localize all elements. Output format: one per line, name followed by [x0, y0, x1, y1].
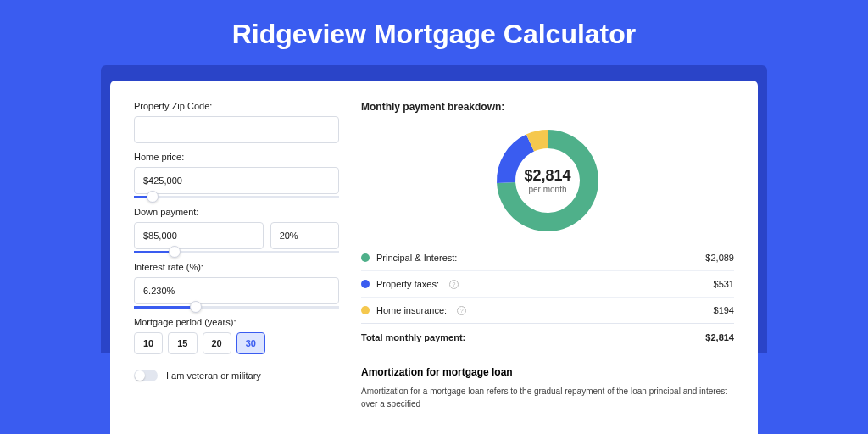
calculator-card: Property Zip Code: Home price: Down paym…: [110, 81, 758, 434]
period-button-30[interactable]: 30: [236, 332, 265, 354]
mortgage-period-group: 10152030: [134, 332, 339, 354]
period-button-20[interactable]: 20: [203, 332, 231, 354]
down-payment-slider[interactable]: [134, 251, 339, 253]
down-payment-amount-input[interactable]: [134, 222, 264, 249]
breakdown-label: Principal & Interest:: [376, 253, 457, 263]
breakdown-value: $194: [714, 305, 734, 315]
interest-rate-slider-fill: [134, 306, 196, 309]
breakdown-value: $531: [714, 279, 734, 289]
yellow-dot-icon: [361, 306, 370, 314]
interest-rate-slider-thumb[interactable]: [190, 301, 202, 313]
breakdown-column: Monthly payment breakdown: $2,814 per mo…: [361, 101, 734, 434]
down-payment-pct-input[interactable]: [270, 222, 339, 249]
breakdown-value: $2,089: [705, 253, 734, 263]
breakdown-label: Home insurance:: [376, 305, 447, 315]
zip-input[interactable]: [134, 116, 339, 143]
green-dot-icon: [361, 253, 370, 262]
period-button-15[interactable]: 15: [168, 332, 197, 354]
home-price-input[interactable]: [134, 167, 339, 194]
total-label: Total monthly payment:: [361, 332, 465, 342]
interest-rate-label: Interest rate (%):: [134, 262, 339, 272]
interest-rate-slider[interactable]: [134, 306, 339, 309]
info-icon[interactable]: ?: [457, 306, 466, 315]
interest-rate-input[interactable]: [134, 277, 339, 304]
breakdown-row: Property taxes:?$531: [361, 271, 734, 298]
breakdown-label: Property taxes:: [376, 279, 439, 289]
amortization-text: Amortization for a mortgage loan refers …: [361, 385, 734, 410]
total-row: Total monthly payment: $2,814: [361, 324, 734, 351]
inputs-column: Property Zip Code: Home price: Down paym…: [134, 101, 339, 434]
amortization-title: Amortization for mortgage loan: [361, 366, 734, 378]
donut-center: $2,814 per month: [524, 167, 570, 194]
veteran-toggle[interactable]: [134, 370, 158, 381]
down-payment-label: Down payment:: [134, 207, 339, 217]
blue-dot-icon: [361, 280, 370, 288]
donut-center-sub: per month: [524, 185, 570, 194]
donut-chart: $2,814 per month: [493, 126, 602, 235]
veteran-toggle-knob: [135, 370, 145, 381]
home-price-slider[interactable]: [134, 196, 339, 198]
down-payment-slider-thumb[interactable]: [169, 246, 181, 258]
breakdown-row: Principal & Interest:$2,089: [361, 245, 734, 271]
veteran-toggle-label: I am veteran or military: [166, 370, 261, 381]
breakdown-list: Principal & Interest:$2,089Property taxe…: [361, 245, 734, 324]
zip-label: Property Zip Code:: [134, 101, 339, 111]
breakdown-row: Home insurance:?$194: [361, 298, 734, 324]
donut-chart-wrap: $2,814 per month: [361, 121, 734, 245]
period-button-10[interactable]: 10: [134, 332, 163, 354]
home-price-slider-thumb[interactable]: [147, 191, 159, 203]
total-value: $2,814: [705, 332, 734, 342]
info-icon[interactable]: ?: [449, 280, 459, 289]
breakdown-title: Monthly payment breakdown:: [361, 101, 734, 113]
hero-band: Property Zip Code: Home price: Down paym…: [101, 65, 767, 353]
home-price-label: Home price:: [134, 152, 339, 162]
mortgage-period-label: Mortgage period (years):: [134, 317, 339, 327]
donut-center-amount: $2,814: [524, 167, 570, 185]
page-title: Ridgeview Mortgage Calculator: [0, 0, 868, 65]
